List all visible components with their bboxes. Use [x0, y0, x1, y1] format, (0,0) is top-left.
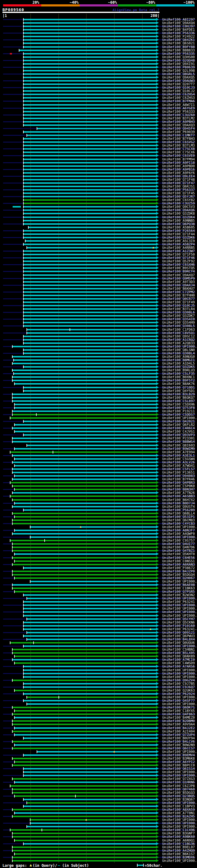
alignment-row[interactable]: UniRef100_Q3ZDK4: [0, 216, 197, 219]
alignment-bar[interactable]: [29, 227, 156, 228]
alignment-row[interactable]: UniRef100_B7FMA6: [0, 99, 197, 103]
alignment-bar[interactable]: [12, 520, 156, 521]
alignment-bar[interactable]: [15, 655, 156, 657]
alignment-bar[interactable]: [24, 635, 156, 637]
alignment-bar[interactable]: [12, 792, 156, 794]
hsp-segment[interactable]: [10, 53, 12, 55]
alignment-bar[interactable]: [20, 50, 156, 51]
alignment-bar[interactable]: [24, 77, 156, 78]
alignment-bar[interactable]: [12, 836, 156, 838]
alignment-row[interactable]: UniRef100_B8B833: [0, 49, 197, 52]
alignment-bar[interactable]: [15, 662, 156, 664]
alignment-bar[interactable]: [24, 131, 156, 133]
alignment-bar[interactable]: [10, 482, 156, 484]
alignment-bar[interactable]: [24, 645, 156, 647]
alignment-row[interactable]: UniRef100_Q9M5P9: [0, 277, 197, 280]
alignment-bar[interactable]: [24, 434, 156, 436]
alignment-bar[interactable]: [12, 478, 156, 480]
alignment-row[interactable]: UniRef100_A9PI18: [0, 161, 197, 164]
hit-label[interactable]: UniRef100_B9RCY4: [162, 270, 195, 273]
alignment-row[interactable]: UniRef100_Q6PQ38: [0, 222, 197, 226]
alignment-row[interactable]: UniRef100_P56289: [0, 508, 197, 512]
alignment-bar[interactable]: [24, 366, 156, 368]
alignment-bar[interactable]: [15, 404, 156, 405]
hit-label[interactable]: UniRef100_Q3ZDK4: [162, 216, 195, 219]
alignment-bar[interactable]: [12, 370, 156, 371]
alignment-bar[interactable]: [12, 485, 156, 487]
alignment-bar[interactable]: [24, 39, 156, 41]
alignment-bar[interactable]: [24, 32, 156, 34]
alignment-bar[interactable]: [24, 223, 156, 225]
alignment-bar[interactable]: [24, 46, 156, 48]
alignment-bar[interactable]: [10, 452, 156, 453]
alignment-bar[interactable]: [15, 489, 156, 490]
alignment-bar[interactable]: [27, 598, 156, 599]
alignment-bar[interactable]: [12, 557, 156, 559]
alignment-bar[interactable]: [24, 291, 156, 293]
alignment-bar[interactable]: [24, 693, 156, 695]
hit-label[interactable]: UniRef100_Q9SC12: [162, 335, 195, 338]
alignment-bar[interactable]: [24, 666, 156, 667]
hit-label[interactable]: UniRef100_UPI000..: [162, 672, 197, 675]
hsp-segment[interactable]: [12, 206, 21, 208]
alignment-row[interactable]: UniRef100_UPI000..: [0, 610, 197, 614]
alignment-bar[interactable]: [15, 591, 156, 592]
alignment-bar[interactable]: [12, 441, 156, 442]
alignment-bar[interactable]: [24, 179, 156, 180]
alignment-bar[interactable]: [24, 625, 156, 627]
alignment-row[interactable]: UniRef100_C1FD63: [0, 328, 197, 331]
alignment-bar[interactable]: [15, 734, 156, 736]
alignment-bar[interactable]: [24, 676, 156, 678]
alignment-bar[interactable]: [30, 823, 156, 824]
hit-label[interactable]: UniRef100_B4J2E2: [162, 726, 195, 730]
alignment-bar[interactable]: [24, 567, 156, 569]
alignment-row[interactable]: UniRef100_A9BK60: [0, 835, 197, 838]
alignment-bar[interactable]: [24, 22, 156, 24]
hit-label[interactable]: UniRef100_P56333: [162, 110, 195, 113]
alignment-bar[interactable]: [10, 540, 156, 541]
alignment-bar[interactable]: [24, 159, 156, 160]
alignment-bar[interactable]: [24, 325, 156, 327]
alignment-bar[interactable]: [12, 492, 156, 494]
alignment-bar[interactable]: [24, 63, 156, 65]
alignment-bar[interactable]: [24, 216, 156, 218]
alignment-bar[interactable]: [24, 209, 156, 211]
alignment-bar[interactable]: [12, 513, 156, 514]
hit-label[interactable]: UniRef100_Q710D1: [162, 386, 195, 389]
alignment-row[interactable]: UniRef100_Q9GZV4: [0, 679, 197, 682]
hit-label[interactable]: UniRef100_A9PI18: [162, 161, 195, 164]
alignment-row[interactable]: UniRef100_B9EL07: [0, 845, 197, 849]
alignment-bar[interactable]: [15, 717, 156, 718]
alignment-bar[interactable]: [30, 581, 156, 582]
alignment-bar[interactable]: [15, 458, 156, 460]
alignment-bar[interactable]: [12, 778, 156, 780]
alignment-bar[interactable]: [24, 322, 156, 323]
alignment-bar[interactable]: [12, 850, 156, 851]
alignment-bar[interactable]: [12, 659, 156, 660]
hit-label[interactable]: UniRef100_A9PB16: [162, 168, 195, 171]
alignment-bar[interactable]: [15, 795, 156, 797]
alignment-bar[interactable]: [24, 683, 156, 684]
hit-label[interactable]: UniRef100_C6HE56: [162, 556, 195, 559]
alignment-bar[interactable]: [24, 192, 156, 194]
alignment-bar[interactable]: [24, 670, 156, 671]
hit-label[interactable]: UniRef100_UPI000..: [162, 859, 197, 863]
hit-label[interactable]: UniRef100_B6H7X2: [162, 498, 195, 502]
alignment-bar[interactable]: [30, 819, 156, 820]
hit-label[interactable]: UniRef100_Q5CKN6: [162, 621, 195, 624]
hit-label[interactable]: UniRef100_A6N9Q1: [162, 839, 195, 842]
alignment-bar[interactable]: [27, 632, 156, 633]
alignment-bar[interactable]: [27, 329, 156, 331]
alignment-bar[interactable]: [12, 414, 156, 415]
alignment-row[interactable]: UniRef100_A4ZHQ9: [0, 849, 197, 852]
alignment-row[interactable]: UniRef100_A9PBD0: [0, 164, 197, 168]
alignment-bar[interactable]: [27, 332, 156, 334]
alignment-row[interactable]: UniRef100_B0D7J4: [0, 502, 197, 505]
alignment-bar[interactable]: [24, 141, 156, 143]
hit-label[interactable]: UniRef100_C6SVE0: [162, 154, 195, 157]
alignment-bar[interactable]: [12, 720, 156, 722]
alignment-bar[interactable]: [24, 673, 156, 674]
hit-label[interactable]: UniRef100_A9T3D3: [162, 280, 195, 284]
alignment-bar[interactable]: [15, 383, 156, 384]
alignment-bar[interactable]: [24, 182, 156, 184]
